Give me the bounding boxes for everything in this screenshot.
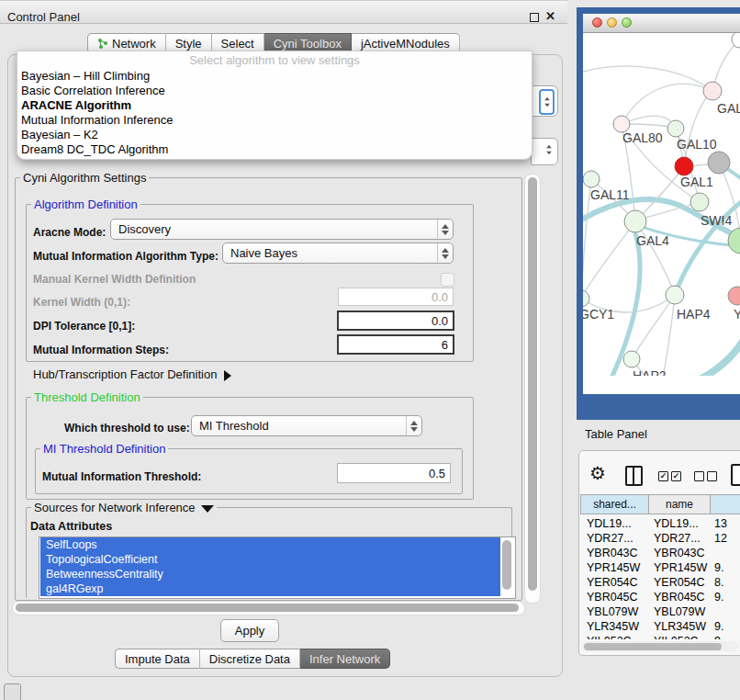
table-cell: 13 xyxy=(711,516,740,531)
network-node-hap4[interactable] xyxy=(666,286,684,304)
settings-hscroll-thumb[interactable] xyxy=(16,604,519,612)
table-row[interactable]: YIL052CYIL052C9. xyxy=(580,634,740,639)
inference-algorithm-combo-fragment[interactable] xyxy=(531,85,558,117)
network-canvas[interactable]: GALGAL80GAL10GAL1GAL11SWI4GAL4GCY1HAP4YH… xyxy=(583,33,740,376)
network-edge[interactable] xyxy=(684,91,712,166)
manual-kernel-checkbox[interactable] xyxy=(441,273,454,287)
tab-label: Impute Data xyxy=(125,652,190,666)
network-node[interactable] xyxy=(732,33,740,48)
select-all-columns-icon[interactable]: ✓✓ xyxy=(658,471,681,481)
table-row[interactable]: YDL19...YDL19...13 xyxy=(580,516,740,531)
apply-button[interactable]: Apply xyxy=(220,619,279,642)
tab-infer-network[interactable]: Infer Network xyxy=(300,649,390,669)
algorithm-option-aracne-algorithm[interactable]: ARACNE Algorithm xyxy=(17,98,532,113)
attribute-betweennesscentrality[interactable]: BetweennessCentrality xyxy=(40,567,500,581)
network-node[interactable] xyxy=(708,152,730,174)
network-edge[interactable] xyxy=(583,221,635,299)
network-window: GALGAL80GAL10GAL1GAL11SWI4GAL4GCY1HAP4YH… xyxy=(577,7,740,420)
hub-definition-toggle[interactable]: Hub/Transcription Factor Definition xyxy=(33,367,231,381)
columns-icon[interactable] xyxy=(625,466,643,486)
network-node-swi4[interactable] xyxy=(690,193,709,211)
column-header-name[interactable]: name xyxy=(649,494,711,514)
table-row[interactable]: YBL079WYBL079W xyxy=(580,604,740,619)
mac-close-button[interactable] xyxy=(592,17,602,28)
network-edge[interactable] xyxy=(583,66,712,91)
tab-label: Select xyxy=(221,37,254,51)
table-row[interactable]: YBR045CYBR045C9. xyxy=(580,590,740,604)
algorithm-option-basic-correlation-inference[interactable]: Basic Correlation Inference xyxy=(17,84,532,98)
mi-type-combo[interactable]: Naive Bayes xyxy=(222,243,454,264)
network-node-gal[interactable] xyxy=(703,82,722,100)
attributes-list-scrollbar[interactable] xyxy=(502,540,511,590)
attribute-selfloops[interactable]: SelfLoops xyxy=(40,537,500,552)
aracne-mode-value: Discovery xyxy=(118,222,437,236)
settings-vscroll-thumb[interactable] xyxy=(528,177,537,591)
column-header-shared[interactable]: shared... xyxy=(580,494,649,514)
table-panel-title: Table Panel xyxy=(585,427,647,441)
node-label-gal: GAL xyxy=(717,101,740,116)
table-row[interactable]: YER054CYER054C8. xyxy=(580,575,740,590)
mi-type-value: Naive Bayes xyxy=(230,246,437,260)
close-icon[interactable]: ✕ xyxy=(545,9,555,23)
network-node-gal11[interactable] xyxy=(583,171,600,187)
mi-steps-field[interactable]: 6 xyxy=(337,334,454,355)
sources-group-title[interactable]: Sources for Network Inference xyxy=(31,501,217,514)
table-row[interactable]: YDR27...YDR27...12 xyxy=(580,531,740,546)
table-cell: YIL052C xyxy=(580,634,649,639)
algorithm-option-mutual-information-inference[interactable]: Mutual Information Inference xyxy=(17,113,532,128)
dpi-tolerance-field[interactable]: 0.0 xyxy=(337,310,454,331)
table-rows[interactable]: YDL19...YDL19...13YDR27...YDR27...12YBR0… xyxy=(580,516,740,639)
network-node-gal4[interactable] xyxy=(624,210,646,232)
mac-zoom-button[interactable] xyxy=(622,17,632,28)
bottom-left-partial-button[interactable] xyxy=(4,683,21,700)
network-window-titlebar[interactable] xyxy=(583,14,740,33)
table-cell xyxy=(711,604,740,619)
column-header-clipped[interactable] xyxy=(711,494,740,514)
network-edge[interactable] xyxy=(660,295,675,376)
network-data-combo-fragment[interactable] xyxy=(531,138,558,165)
attribute-topologicalcoefficient[interactable]: TopologicalCoefficient xyxy=(40,552,500,567)
network-icon xyxy=(97,38,108,49)
algorithm-option-dream8-dc-tdc-algorithm[interactable]: Dream8 DC_TDC Algorithm xyxy=(17,142,532,157)
mac-minimize-button[interactable] xyxy=(607,17,617,28)
deselect-all-columns-icon[interactable] xyxy=(694,471,717,481)
tab-impute-data[interactable]: Impute Data xyxy=(115,649,200,669)
kernel-width-label: Kernel Width (0,1): xyxy=(33,296,130,309)
which-threshold-combo[interactable]: MI Threshold xyxy=(191,415,422,436)
network-node-gcy1[interactable] xyxy=(583,290,589,307)
table-cell: YIL052C xyxy=(649,634,711,639)
table-cell xyxy=(711,546,740,560)
table-cell: YER054C xyxy=(580,575,649,590)
table-cell: 8. xyxy=(711,575,740,590)
table-row[interactable]: YLR345WYLR345W9. xyxy=(580,619,740,634)
table-hscroll-thumb[interactable] xyxy=(584,643,722,650)
table-cell: YLR345W xyxy=(580,619,649,634)
dpi-tolerance-value: 0.0 xyxy=(432,314,448,328)
data-attributes-label: Data Attributes xyxy=(30,520,112,533)
table-row[interactable]: YPR145WYPR145W9. xyxy=(580,560,740,575)
algorithm-option-bayesian-hill-climbing[interactable]: Bayesian – Hill Climbing xyxy=(17,69,532,84)
mi-steps-label: Mutual Information Steps: xyxy=(33,344,169,356)
network-node-hap2[interactable] xyxy=(623,351,640,367)
network-node-gal1[interactable] xyxy=(675,157,693,175)
network-node-y[interactable] xyxy=(728,287,740,305)
gear-icon[interactable]: ⚙ xyxy=(589,462,606,484)
mi-threshold-field[interactable]: 0.5 xyxy=(337,463,451,483)
table-cell: YBL079W xyxy=(649,604,711,619)
aracne-mode-combo[interactable]: Discovery xyxy=(110,219,454,240)
tab-label: Cyni Toolbox xyxy=(274,37,342,51)
control-panel-titlebar[interactable]: Control Panel ✕ xyxy=(0,0,567,24)
node-label-gal1: GAL1 xyxy=(680,175,713,189)
attribute-gal4rgexp[interactable]: gal4RGexp xyxy=(40,581,500,596)
tab-discretize-data[interactable]: Discretize Data xyxy=(200,649,300,669)
data-attributes-list[interactable]: SelfLoopsTopologicalCoefficientBetweenne… xyxy=(39,536,516,599)
settings-horizontal-scrollbar[interactable] xyxy=(12,601,525,615)
network-node-gal10[interactable] xyxy=(667,120,684,137)
export-table-icon[interactable] xyxy=(731,464,740,486)
settings-vertical-scrollbar[interactable] xyxy=(524,174,541,604)
float-window-icon[interactable] xyxy=(530,13,539,22)
algorithm-option-bayesian-k2[interactable]: Bayesian – K2 xyxy=(17,128,532,142)
table-row[interactable]: YBR043CYBR043C xyxy=(580,546,740,560)
table-cell: YPR145W xyxy=(649,560,711,575)
table-horizontal-scrollbar[interactable] xyxy=(582,641,738,651)
